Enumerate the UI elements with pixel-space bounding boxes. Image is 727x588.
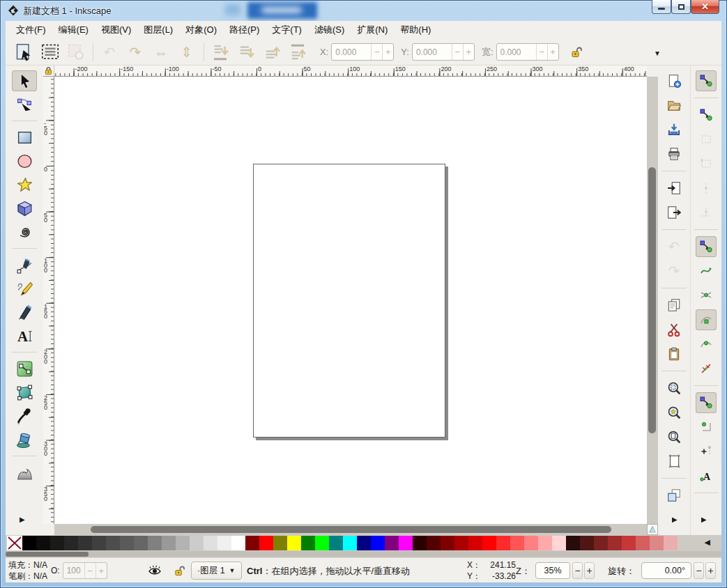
palette-scroll-left-arrow[interactable]: ◀ bbox=[705, 538, 710, 547]
new-document-button[interactable] bbox=[662, 70, 686, 91]
horizontal-ruler[interactable]: -200-150-100-50050100150200250300350400 bbox=[54, 65, 647, 77]
snap-bbox-corners-button[interactable] bbox=[696, 153, 717, 174]
y-minus-button[interactable]: − bbox=[452, 44, 463, 60]
color-swatch-30[interactable] bbox=[441, 536, 454, 550]
snap-object-centers-button[interactable] bbox=[696, 417, 717, 438]
copy-button[interactable] bbox=[662, 295, 686, 316]
color-swatch-24[interactable] bbox=[357, 536, 371, 550]
tool-star[interactable] bbox=[12, 174, 37, 195]
horizontal-scrollbar-thumb[interactable] bbox=[91, 526, 611, 533]
select-all-layers-button[interactable] bbox=[40, 42, 61, 63]
layer-selector[interactable]: ·图层 1 ▼ bbox=[191, 562, 242, 580]
color-swatch-13[interactable] bbox=[204, 536, 217, 550]
opacity-plus-button[interactable]: + bbox=[95, 563, 107, 578]
group-button[interactable] bbox=[662, 485, 686, 506]
color-swatch-29[interactable] bbox=[427, 536, 441, 550]
color-swatch-33[interactable] bbox=[482, 536, 496, 550]
width-plus-button[interactable]: + bbox=[547, 44, 558, 60]
color-swatch-14[interactable] bbox=[217, 536, 231, 550]
zoom-plus-button[interactable]: + bbox=[584, 562, 595, 579]
menu-item-6[interactable]: 文字(T) bbox=[266, 21, 308, 39]
tool-pen[interactable] bbox=[12, 254, 37, 275]
width-minus-button[interactable]: − bbox=[536, 44, 547, 60]
toolbox-overflow-arrow[interactable]: ▶ bbox=[20, 516, 25, 523]
cut-button[interactable] bbox=[662, 319, 686, 340]
select-all-button[interactable] bbox=[14, 42, 35, 63]
undo-button[interactable]: ↶ bbox=[662, 236, 686, 257]
rotation-minus-button[interactable]: − bbox=[694, 562, 704, 579]
snap-nodes-button[interactable] bbox=[696, 236, 717, 257]
toolbar-overflow-arrow[interactable]: ▼ bbox=[654, 49, 661, 57]
color-swatch-8[interactable] bbox=[134, 536, 148, 550]
color-swatch-19[interactable] bbox=[287, 536, 301, 550]
color-swatch-7[interactable] bbox=[120, 536, 134, 550]
color-swatch-32[interactable] bbox=[468, 536, 482, 550]
snap-bbox-centers-button[interactable] bbox=[696, 202, 717, 223]
color-swatch-45[interactable] bbox=[650, 536, 664, 550]
snap-to-paths-button[interactable] bbox=[696, 261, 717, 281]
zoom-selection-button[interactable] bbox=[662, 378, 686, 399]
paste-button[interactable] bbox=[662, 343, 686, 364]
menu-item-2[interactable]: 视图(V) bbox=[95, 21, 137, 39]
tool-tweak[interactable] bbox=[12, 462, 37, 483]
rotation-plus-button[interactable]: + bbox=[705, 562, 716, 579]
color-swatch-16[interactable] bbox=[245, 536, 259, 550]
color-swatch-37[interactable] bbox=[538, 536, 552, 550]
title-bar[interactable]: 新建文档 1 - Inkscape ✕ bbox=[0, 0, 727, 21]
color-swatch-21[interactable] bbox=[315, 536, 329, 550]
x-input[interactable] bbox=[332, 47, 371, 57]
export-button[interactable] bbox=[662, 202, 686, 223]
opacity-input[interactable] bbox=[63, 566, 84, 575]
tool-spiral[interactable] bbox=[12, 222, 37, 242]
color-swatch-35[interactable] bbox=[510, 536, 524, 550]
tool-paint-bucket[interactable] bbox=[12, 429, 37, 450]
rotate-cw-button[interactable]: ↷ bbox=[125, 42, 146, 63]
tool-pencil[interactable] bbox=[12, 278, 37, 299]
menu-item-4[interactable]: 对象(O) bbox=[179, 21, 223, 39]
enable-snapping-button[interactable] bbox=[696, 70, 717, 91]
color-swatch-38[interactable] bbox=[552, 536, 566, 550]
color-swatch-36[interactable] bbox=[524, 536, 538, 550]
opacity-minus-button[interactable]: − bbox=[84, 563, 95, 578]
rotation-field[interactable]: 0.00° bbox=[641, 562, 691, 579]
tool-selector[interactable] bbox=[12, 70, 37, 91]
color-swatch-9[interactable] bbox=[148, 536, 162, 550]
color-swatch-10[interactable] bbox=[162, 536, 176, 550]
layer-lock-button[interactable] bbox=[171, 562, 188, 579]
menu-item-3[interactable]: 图层(L) bbox=[137, 21, 179, 39]
color-swatch-28[interactable] bbox=[413, 536, 427, 550]
color-swatch-22[interactable] bbox=[329, 536, 343, 550]
color-swatch-12[interactable] bbox=[190, 536, 204, 550]
y-plus-button[interactable]: + bbox=[463, 44, 474, 60]
color-swatch-43[interactable] bbox=[622, 536, 636, 550]
document-properties-button[interactable] bbox=[662, 451, 686, 472]
menu-item-8[interactable]: 扩展(N) bbox=[351, 21, 394, 39]
palette-scrollbar[interactable] bbox=[6, 551, 721, 557]
color-swatch-20[interactable] bbox=[301, 536, 315, 550]
color-swatch-6[interactable] bbox=[106, 536, 120, 550]
snap-bbox-edges-button[interactable] bbox=[696, 129, 717, 150]
color-swatch-44[interactable] bbox=[636, 536, 650, 550]
snap-path-intersections-button[interactable] bbox=[696, 285, 717, 306]
width-input[interactable] bbox=[497, 47, 536, 57]
tool-gradient[interactable] bbox=[12, 382, 37, 403]
commands-overflow-arrow[interactable]: ▶ bbox=[672, 516, 678, 523]
tool-rectangle[interactable] bbox=[12, 127, 37, 148]
color-swatch-17[interactable] bbox=[259, 536, 273, 550]
minimize-button[interactable] bbox=[652, 0, 671, 14]
snap-overflow-arrow[interactable]: ▶ bbox=[701, 516, 707, 523]
no-color-swatch[interactable] bbox=[7, 536, 22, 550]
vertical-scrollbar-thumb[interactable] bbox=[648, 167, 656, 433]
print-button[interactable] bbox=[662, 144, 686, 164]
close-button[interactable]: ✕ bbox=[691, 0, 719, 14]
color-swatch-1[interactable] bbox=[36, 536, 50, 550]
document-page[interactable] bbox=[253, 164, 445, 438]
rotate-ccw-button[interactable]: ↶ bbox=[99, 42, 120, 63]
menu-item-0[interactable]: 文件(F) bbox=[10, 21, 52, 39]
color-swatch-34[interactable] bbox=[496, 536, 510, 550]
vertical-ruler[interactable]: -50050100150200250300350 bbox=[43, 77, 54, 524]
color-management-button[interactable] bbox=[647, 524, 658, 535]
import-button[interactable] bbox=[662, 178, 686, 199]
vertical-scrollbar[interactable] bbox=[647, 77, 658, 524]
color-swatch-27[interactable] bbox=[399, 536, 413, 550]
